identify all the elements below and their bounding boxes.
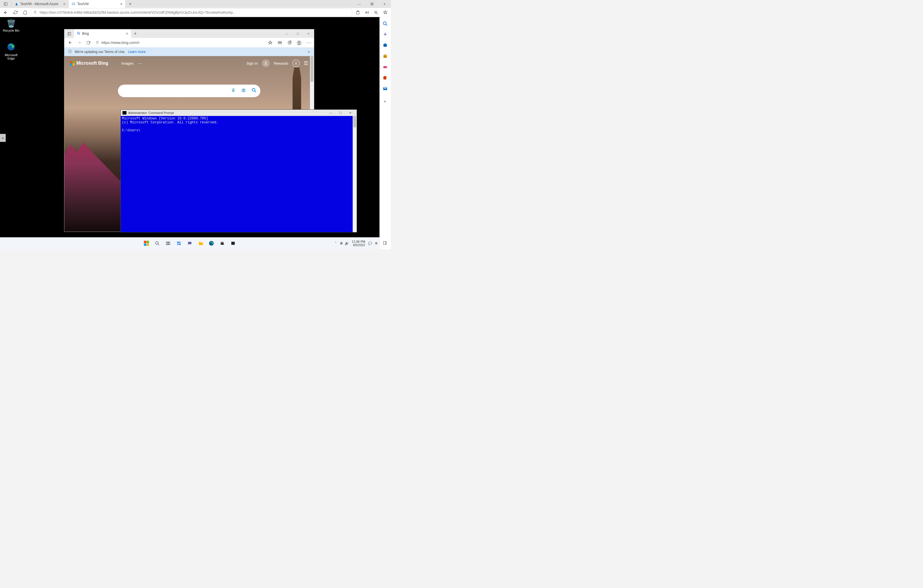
svg-rect-39 xyxy=(179,241,181,243)
network-icon[interactable]: 🖥 xyxy=(340,241,343,245)
cmd-body[interactable]: Microsoft Windows [Version 10.0.22000.79… xyxy=(121,116,356,232)
image-search-icon[interactable] xyxy=(240,88,247,94)
svg-point-26 xyxy=(298,41,300,43)
store-icon[interactable] xyxy=(218,239,227,248)
notifications-icon[interactable]: 💬 xyxy=(368,241,372,245)
inner-forward-button[interactable] xyxy=(75,39,83,47)
nav-images-link[interactable]: Images xyxy=(122,61,134,66)
bing-logo[interactable]: Microsoft Bing xyxy=(70,61,108,66)
rewards-link[interactable]: Rewards xyxy=(274,61,288,66)
edge-glyph xyxy=(1,43,21,53)
sidebar-shopping-icon[interactable] xyxy=(383,43,388,48)
new-tab-button[interactable]: + xyxy=(126,0,135,8)
cmd-maximize-button[interactable]: ☐ xyxy=(336,111,345,115)
read-aloud-icon[interactable]: A xyxy=(363,8,371,16)
file-explorer-icon[interactable] xyxy=(196,239,205,248)
minimize-button[interactable]: — xyxy=(353,0,366,8)
sidebar-office-icon[interactable] xyxy=(383,75,388,81)
back-button[interactable] xyxy=(2,8,10,16)
collections-icon[interactable] xyxy=(286,40,293,45)
url-text: https://bst-c375b4cb-e48d-b6ba3dc52fbf.b… xyxy=(39,10,236,15)
svg-rect-5 xyxy=(371,3,373,5)
inner-scroll-thumb[interactable] xyxy=(310,56,314,82)
inner-address-bar[interactable]: https://www.bing.com/# xyxy=(94,39,266,47)
svg-rect-3 xyxy=(72,3,75,5)
browser-tab-azure[interactable]: TestVM - Microsoft Azure × xyxy=(11,0,69,8)
chat-icon[interactable] xyxy=(186,239,194,248)
favorite-icon[interactable] xyxy=(381,8,389,16)
sidebar-outlook-icon[interactable] xyxy=(383,86,388,92)
sidebar-add-icon[interactable]: ＋ xyxy=(383,99,388,104)
close-icon[interactable]: × xyxy=(126,31,128,36)
recycle-bin-icon[interactable]: 🗑️ Recycle Bin xyxy=(1,20,21,32)
edge-desktop-icon[interactable]: Microsoft Edge xyxy=(1,43,21,60)
user-avatar-icon[interactable] xyxy=(262,59,270,67)
taskbar-search-icon[interactable] xyxy=(153,239,161,248)
address-bar[interactable]: https://bst-c375b4cb-e48d-b6ba3dc52fbf.b… xyxy=(31,8,352,16)
tab-actions-icon[interactable] xyxy=(0,0,11,8)
lock-icon xyxy=(96,41,99,45)
task-view-icon[interactable] xyxy=(164,239,172,248)
hamburger-icon[interactable]: ☰ xyxy=(304,60,308,66)
banner-link[interactable]: Learn more xyxy=(128,50,146,54)
favorites-bar-icon[interactable] xyxy=(276,40,283,45)
svg-line-35 xyxy=(158,244,159,245)
refresh-button[interactable] xyxy=(11,8,20,16)
cmd-close-button[interactable]: ✕ xyxy=(345,111,355,115)
start-button[interactable] xyxy=(142,239,151,248)
inner-menu-icon[interactable]: ⋯ xyxy=(305,40,312,45)
inner-minimize-button[interactable]: — xyxy=(281,30,292,38)
close-icon[interactable]: × xyxy=(63,2,66,6)
inner-refresh-button[interactable] xyxy=(84,39,92,47)
inner-new-tab-button[interactable]: + xyxy=(131,30,140,38)
tab-title: TestVM - Microsoft Azure xyxy=(20,2,58,6)
voice-search-icon[interactable] xyxy=(230,88,237,94)
nav-more-icon[interactable]: ⋯ xyxy=(138,61,142,66)
zoom-icon[interactable] xyxy=(372,8,380,16)
inner-back-button[interactable] xyxy=(66,39,74,47)
cmd-scrollbar[interactable] xyxy=(353,116,356,232)
inner-maximize-button[interactable]: ☐ xyxy=(292,30,303,38)
inner-url-text: https://www.bing.com/# xyxy=(102,41,140,45)
rewards-badge-icon[interactable] xyxy=(292,59,300,67)
search-submit-icon[interactable] xyxy=(250,88,258,94)
cmd-scroll-thumb[interactable] xyxy=(353,116,356,127)
sidebar-search-icon[interactable] xyxy=(383,21,388,27)
maximize-button[interactable] xyxy=(366,0,378,8)
remote-session-viewport[interactable]: 🗑️ Recycle Bin Microsoft Edge » Bing xyxy=(0,17,379,249)
terminal-taskbar-icon[interactable] xyxy=(229,239,237,248)
inner-favorite-icon[interactable] xyxy=(267,40,273,45)
home-button[interactable] xyxy=(21,8,29,16)
svg-line-33 xyxy=(255,91,256,92)
bing-search-box[interactable] xyxy=(118,85,260,97)
sidebar-tools-icon[interactable] xyxy=(383,54,388,59)
sidebar-games-icon[interactable] xyxy=(383,64,388,70)
search-icon xyxy=(77,31,80,36)
svg-line-46 xyxy=(386,24,387,26)
settings-tray-icon[interactable]: ⚙ xyxy=(375,241,378,245)
browser-tab-testvm[interactable]: TestVM × xyxy=(69,0,126,8)
inner-browser-tab[interactable]: Bing × xyxy=(74,30,131,38)
sound-icon[interactable]: 🔊 xyxy=(345,241,349,245)
close-icon[interactable]: × xyxy=(120,2,123,6)
signin-link[interactable]: Sign in xyxy=(246,61,258,66)
tray-chevron-icon[interactable]: ˄ xyxy=(335,241,337,245)
cmd-minimize-button[interactable]: — xyxy=(326,111,336,115)
svg-rect-37 xyxy=(168,242,170,245)
widgets-icon[interactable] xyxy=(175,239,183,248)
sidebar-discover-icon[interactable] xyxy=(383,32,388,38)
close-button[interactable]: ✕ xyxy=(378,0,391,8)
bastion-toolbar-handle[interactable]: » xyxy=(0,134,6,142)
command-prompt-window[interactable]: Administrator: Command Prompt — ☐ ✕ Micr… xyxy=(120,109,357,232)
taskbar-clock[interactable]: 11:06 PM 8/5/2022 xyxy=(352,240,365,247)
paste-icon[interactable] xyxy=(354,8,362,16)
bing-search-input[interactable] xyxy=(124,89,227,94)
profile-icon[interactable] xyxy=(296,40,302,45)
edge-taskbar-icon[interactable] xyxy=(207,239,216,248)
taskbar-date: 8/5/2022 xyxy=(352,243,365,247)
bing-logo-text: Microsoft Bing xyxy=(76,61,108,66)
inner-tab-actions-icon[interactable] xyxy=(64,30,74,38)
inner-close-button[interactable]: ✕ xyxy=(303,30,314,38)
banner-close-icon[interactable]: × xyxy=(308,49,310,54)
sidebar-collapse-icon[interactable] xyxy=(383,241,388,246)
